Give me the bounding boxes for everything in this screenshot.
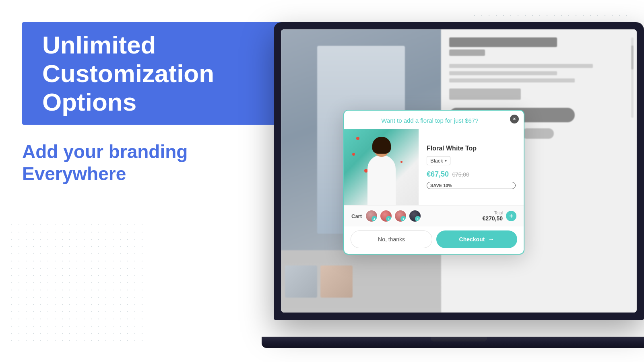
popup-button-row: No, thanks Checkout →	[344, 226, 524, 254]
cart-badge-1: 4	[372, 216, 377, 222]
cart-total-amount: €270,50	[482, 215, 503, 222]
cart-add-button[interactable]: +	[506, 211, 516, 221]
cart-badge-3: 1	[400, 216, 406, 222]
detail-line-2	[449, 71, 557, 75]
popup-cart-bar: Cart 4 1 1 1	[344, 205, 524, 226]
cart-total-label: Total	[482, 211, 503, 215]
cart-badge-4: 1	[415, 216, 421, 222]
popup-product-name: Floral White Top	[427, 145, 516, 152]
popup-color-select: Black ▾	[427, 156, 516, 165]
laptop-base	[262, 337, 644, 348]
color-select-value: Black	[430, 158, 443, 164]
scrollbar	[631, 37, 634, 118]
product-thumb-2	[320, 265, 353, 298]
save-badge: SAVE 10%	[427, 182, 516, 189]
checkout-label: Checkout	[459, 236, 485, 243]
no-thanks-button[interactable]: No, thanks	[351, 230, 432, 248]
cart-avatar-1: 4	[365, 210, 378, 222]
cart-left: Cart 4 1 1 1	[351, 210, 421, 222]
detail-line-1	[449, 64, 593, 68]
color-select-box[interactable]: Black ▾	[427, 156, 450, 165]
popup-product-area: Floral White Top Black ▾ €67,50 €75,00 S…	[344, 129, 524, 205]
woman-figure	[363, 137, 400, 205]
popup-modal: Want to add a floral top for just $67? ×	[343, 110, 524, 255]
popup-product-image	[344, 129, 419, 205]
product-subtitle-blur	[449, 49, 485, 56]
confetti-4	[400, 161, 402, 163]
checkout-button[interactable]: Checkout →	[436, 230, 517, 248]
sub-text-line1: Add your branding	[22, 141, 188, 163]
dot-pattern-bottom-left	[8, 221, 149, 342]
cart-total: Total €270,50	[482, 211, 503, 222]
product-thumbnails	[281, 250, 441, 313]
cart-avatar-3: 1	[394, 210, 407, 222]
popup-header-text: Want to add a floral top for just $67?	[352, 117, 508, 124]
sub-text-line2: Everywhere	[22, 163, 188, 185]
product-title-blur	[449, 37, 557, 47]
scrollbar-thumb	[631, 45, 634, 70]
price-original: €75,00	[452, 171, 469, 178]
laptop-wrapper: Want to add a floral top for just $67? ×	[262, 22, 644, 352]
checkout-arrow-icon: →	[488, 236, 494, 243]
select-arrow-icon: ▾	[445, 158, 447, 163]
popup-product-info: Floral White Top Black ▾ €67,50 €75,00 S…	[419, 129, 524, 205]
cart-avatar-4: 1	[409, 210, 421, 222]
cart-avatar-2: 1	[380, 210, 392, 222]
laptop-body: Want to add a floral top for just $67? ×	[274, 22, 644, 320]
cart-right: Total €270,50 +	[482, 211, 516, 222]
woman-body	[367, 155, 396, 205]
detail-line-3	[449, 78, 575, 82]
cart-label: Cart	[351, 213, 362, 219]
cart-items: 4 1 1 1	[365, 210, 421, 222]
woman-hair	[372, 137, 391, 154]
cart-badge-2: 1	[386, 216, 392, 222]
product-price-blur	[449, 88, 521, 100]
laptop-screen: Want to add a floral top for just $67? ×	[281, 29, 637, 313]
product-thumb-1	[285, 265, 317, 298]
sub-text: Add your branding Everywhere	[22, 141, 188, 185]
popup-header: Want to add a floral top for just $67? ×	[344, 111, 524, 129]
hero-panel: Unlimited Customization Options	[22, 22, 300, 125]
popup-close-button[interactable]: ×	[510, 115, 519, 123]
price-current: €67,50	[427, 170, 449, 179]
hero-heading: Unlimited Customization Options	[42, 31, 214, 117]
product-btn-sm-3	[522, 128, 554, 139]
confetti-3	[352, 153, 355, 156]
popup-pricing: €67,50 €75,00	[427, 170, 516, 179]
laptop-notch	[431, 337, 487, 341]
confetti-1	[356, 137, 359, 140]
